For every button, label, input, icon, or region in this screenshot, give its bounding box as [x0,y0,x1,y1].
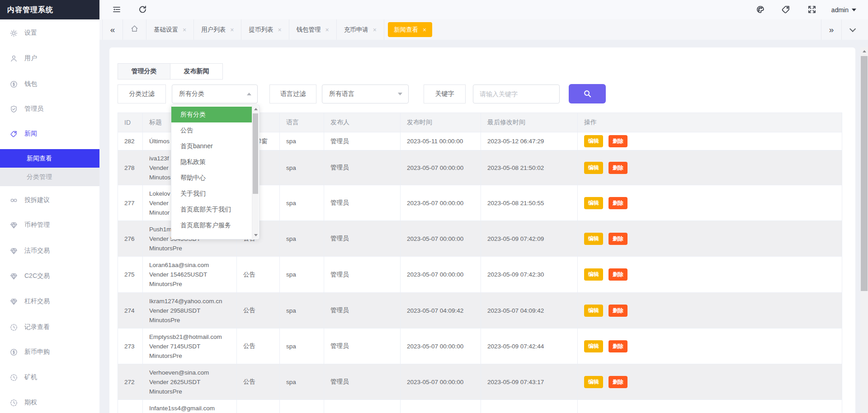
tabbar: « 基础设置 × 用户列表 × 提币列表 × 钱包管理 × 充币申请 × 新闻查… [99,19,868,40]
content-area: 管理分类 发布新闻 分类过滤 所有分类 语言过滤 所有语言 关键字 ID标题 分… [99,40,868,413]
tab-item-withdraw-list[interactable]: 提币列表 × [241,19,289,40]
scroll-up-icon[interactable] [860,47,868,55]
category-dropdown: 所有分类 公告 首页banner 隐私政策 帮助中心 关于我们 首页底部关于我们… [171,105,259,239]
delete-button[interactable]: 删除 [609,340,627,352]
user-name: admin [831,6,849,14]
sidebar-item-users[interactable]: 用户 [0,49,99,67]
sidebar-item-margin-trade[interactable]: 杠杆交易 [0,292,99,310]
page-scroll-thumb[interactable] [861,56,868,291]
tab-item-user-list[interactable]: 用户列表 × [194,19,241,40]
dropdown-scroll-thumb[interactable] [253,113,258,194]
tab-close-icon[interactable]: × [278,26,281,33]
delete-button[interactable]: 删除 [609,162,627,174]
delete-button[interactable]: 删除 [609,268,627,281]
scroll-down-icon[interactable] [252,232,259,239]
dropdown-option[interactable]: 所有分类 [171,107,252,122]
user-menu[interactable]: admin [831,0,856,19]
home-tab[interactable] [123,19,146,40]
sidebar-item-admins[interactable]: 管理员 [0,100,99,118]
dropdown-option[interactable]: 帮助中心 [171,170,252,186]
table-row: 273 Emptyssb21@hotmail.comVender 7145USD… [118,329,842,364]
scroll-up-icon[interactable] [252,106,259,113]
tab-close-icon[interactable]: × [230,26,234,33]
language-filter-label: 语言过滤 [269,84,316,103]
gem-icon [10,247,18,255]
table-row: 275 Loran61aa@sina.comVender 154625USDTM… [118,257,842,293]
dropdown-option[interactable]: 隐私政策 [171,154,252,170]
chevron-down-icon [849,25,856,32]
table-row: 274 Ikram1274@yahoo.com.cnVender 2958USD… [118,293,842,329]
sidebar-item-coin-manage[interactable]: 币种管理 [0,216,99,234]
sidebar-item-c2c-trade[interactable]: C2C交易 [0,267,99,285]
delete-button[interactable]: 删除 [609,233,627,245]
edit-button[interactable]: 编辑 [584,376,603,388]
sidebar-item-feedback[interactable]: 投拆建议 [0,191,99,209]
dropdown-option[interactable]: 公告 [171,122,252,138]
gem-icon [10,272,18,280]
sidebar-item-new-coin[interactable]: 新币申购 [0,343,99,361]
fullscreen-icon[interactable] [807,5,817,15]
category-select[interactable]: 所有分类 [172,84,258,103]
delete-button[interactable]: 删除 [609,376,627,388]
tab-scroll-left[interactable]: « [102,19,123,40]
edit-button[interactable]: 编辑 [584,268,603,281]
palette-icon[interactable] [756,5,766,15]
sidebar-item-options[interactable]: 期权 [0,394,99,412]
search-button[interactable] [569,84,606,103]
sidebar-item-settings[interactable]: 设置 [0,24,99,42]
edit-button[interactable]: 编辑 [584,135,603,147]
keyword-input[interactable] [473,84,560,103]
tab-item-news-view[interactable]: 新闻查看 × [388,22,432,37]
dashed-clock-icon [10,399,18,407]
select-arrow-up-icon [247,93,251,95]
sidebar-item-mining[interactable]: 矿机 [0,368,99,386]
dropdown-option[interactable]: 首页底部关于我们 [171,202,252,217]
dropdown-option[interactable]: 首页banner [171,138,252,154]
refresh-icon[interactable] [138,5,148,15]
gear-icon [10,29,18,37]
edit-button[interactable]: 编辑 [584,197,603,209]
delete-button[interactable]: 删除 [609,197,627,209]
sidebar-item-news[interactable]: 新闻 [0,125,99,143]
sidebar-item-records[interactable]: 记录查看 [0,318,99,336]
edit-button[interactable]: 编辑 [584,233,603,245]
shield-check-icon [10,105,18,113]
edit-button[interactable]: 编辑 [584,305,603,317]
sidebar-item-wallet[interactable]: 钱包 [0,75,99,93]
tab-item-basic-settings[interactable]: 基础设置 × [146,19,194,40]
edit-button[interactable]: 编辑 [584,340,603,352]
dropdown-option[interactable]: 首页底部客户服务 [171,217,252,233]
dropdown-scrollbar[interactable] [252,106,259,239]
page-scrollbar[interactable] [860,47,868,413]
table-row: 272 Verhoeven@sina.comVender 2625USDTMin… [118,364,842,400]
topbar: 内容管理系统 admin [0,0,868,19]
gem-icon [10,298,18,305]
infinity-icon [10,197,18,204]
tab-close-icon[interactable]: × [373,26,377,33]
collapse-menu-icon[interactable] [112,5,122,15]
tab-close-icon[interactable]: × [326,26,329,33]
delete-button[interactable]: 删除 [609,305,627,317]
select-arrow-down-icon [398,93,402,95]
tab-close-icon[interactable]: × [423,26,426,33]
tag-icon[interactable] [781,5,791,15]
tab-item-wallet-manage[interactable]: 钱包管理 × [289,19,337,40]
search-icon [583,89,592,98]
view-tab-manage-category[interactable]: 管理分类 [118,63,170,80]
sidebar-subitem-news-view[interactable]: 新闻查看 [0,149,99,168]
delete-button[interactable]: 删除 [609,135,627,147]
tab-item-deposit-apply[interactable]: 充币申请 × [337,19,384,40]
language-select[interactable]: 所有语言 [322,84,409,103]
sidebar-item-fiat-trade[interactable]: 法币交易 [0,242,99,260]
dropdown-option[interactable]: 关于我们 [171,186,252,202]
caret-down-icon [852,9,856,11]
view-tab-publish-news[interactable]: 发布新闻 [170,63,223,80]
sidebar-subitem-category-manage[interactable]: 分类管理 [0,168,99,186]
tabbar-collapse-button[interactable] [842,28,862,32]
wallet-dollar-icon [10,80,18,88]
tab-close-icon[interactable]: × [183,26,186,33]
category-filter-label: 分类过滤 [118,84,166,103]
sidebar: 设置 用户 钱包 管理员 新闻 新闻查看 分类管理 投拆建议 币种管理 法币交易… [0,19,99,413]
tab-scroll-right[interactable]: » [821,19,842,40]
edit-button[interactable]: 编辑 [584,162,603,174]
